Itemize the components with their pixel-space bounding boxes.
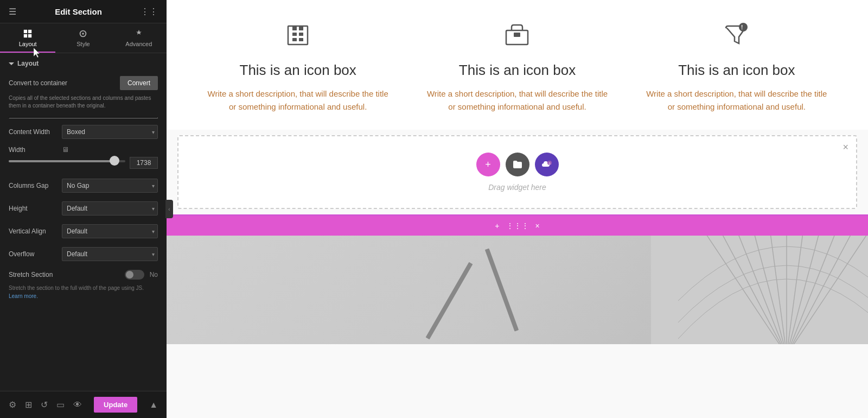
convert-button[interactable]: Convert (120, 76, 158, 90)
overflow-row: Overflow Default ▾ (0, 243, 167, 265)
icon-boxes-section: This is an icon box Write a short descri… (167, 0, 868, 130)
width-slider-track[interactable] (9, 160, 125, 162)
height-select-wrapper: Default ▾ (62, 201, 158, 216)
sidebar-content: Layout Convert to container Convert Copi… (0, 53, 167, 418)
width-slider-fill (9, 160, 114, 162)
convert-to-container-row: Convert to container Convert (0, 72, 167, 94)
toolbar-add-button[interactable]: + (492, 220, 502, 231)
sidebar-header: ☰ Edit Section ⋮⋮ (0, 0, 167, 23)
stretch-toggle-row: No (125, 270, 158, 280)
template-library-button[interactable] (506, 153, 529, 176)
pencil-graphic-2 (485, 248, 519, 331)
icon-box-3-desc: Write a short description, that will des… (643, 87, 830, 113)
toolbar-move-button[interactable]: ⋮⋮⋮ (503, 220, 532, 231)
svg-line-27 (787, 236, 830, 344)
footer-icons: ⚙ ⊞ ↺ ▭ 👁 (9, 400, 82, 410)
cloud-widget-button[interactable]: :) (535, 153, 559, 176)
stretch-description: Stretch the section to the full width of… (0, 284, 167, 306)
height-label: Height (9, 205, 58, 212)
drag-actions: + :) (476, 153, 559, 176)
columns-gap-row: Columns Gap No Gap ▾ (0, 174, 167, 197)
stretch-section-label: Stretch Section (9, 271, 58, 278)
svg-rect-11 (299, 33, 303, 36)
svg-rect-8 (292, 26, 297, 30)
overflow-select[interactable]: Default (62, 247, 158, 261)
toolbar-delete-button[interactable]: × (533, 220, 542, 231)
collapse-button[interactable]: ▲ (149, 400, 158, 410)
svg-rect-7 (288, 26, 308, 45)
icon-box-1-desc: Write a short description, that will des… (205, 87, 391, 113)
layout-section-label: Layout (17, 60, 39, 67)
main-canvas: This is an icon box Write a short descri… (167, 0, 868, 418)
vertical-align-label: Vertical Align (9, 227, 58, 235)
content-width-select-wrapper: Boxed ▾ (62, 125, 158, 139)
section-toolbar-inner: + ⋮⋮⋮ × (488, 218, 546, 233)
width-slider-thumb[interactable] (110, 156, 119, 166)
overflow-label: Overflow (9, 250, 58, 258)
icon-box-2-title: This is an icon box (459, 62, 576, 79)
svg-line-23 (743, 236, 787, 344)
height-select[interactable]: Default (62, 201, 158, 216)
layers-icon[interactable]: ⊞ (25, 400, 32, 410)
icon-box-2: This is an icon box Write a short descri… (407, 22, 627, 113)
svg-point-5 (82, 33, 85, 35)
icon-box-3: ! This is an icon box Write a short desc… (627, 22, 846, 113)
add-widget-button[interactable]: + (476, 153, 500, 176)
drag-widget-text: Drag widget here (488, 183, 546, 192)
svg-rect-3 (28, 34, 31, 37)
columns-gap-select[interactable]: No Gap (62, 179, 158, 193)
icon-box-1-icon (285, 22, 311, 51)
learn-more-link[interactable]: Learn more. (9, 293, 38, 299)
content-width-row: Content Width Boxed ▾ (0, 121, 167, 143)
image-placeholder (167, 236, 868, 344)
section-toolbar: + ⋮⋮⋮ × (167, 216, 868, 236)
svg-text:!: ! (741, 24, 743, 30)
responsive-icon[interactable]: ▭ (56, 400, 65, 410)
sidebar-collapse-handle[interactable]: ‹ (165, 200, 173, 218)
sidebar-tabs: Layout Style Advanced (0, 23, 167, 53)
tab-layout[interactable]: Layout (0, 23, 55, 53)
width-row: Width 🖥 (0, 143, 167, 174)
vertical-align-row: Vertical Align Default ▾ (0, 220, 167, 243)
sidebar-title: Edit Section (16, 7, 141, 16)
sidebar: ☰ Edit Section ⋮⋮ Layout Style Advanced … (0, 0, 167, 418)
width-value-input[interactable] (130, 157, 158, 169)
icon-box-3-title: This is an icon box (678, 62, 795, 79)
stretch-toggle-knob (126, 271, 133, 278)
tab-advanced[interactable]: Advanced (111, 23, 167, 53)
grid-icon[interactable]: ⋮⋮ (141, 7, 158, 17)
width-label: Width (9, 146, 58, 154)
overflow-select-wrapper: Default ▾ (62, 247, 158, 261)
icon-box-1: This is an icon box Write a short descri… (188, 22, 407, 113)
content-width-select[interactable]: Boxed (62, 125, 158, 139)
hamburger-icon[interactable]: ☰ (9, 7, 16, 17)
tab-style[interactable]: Style (55, 23, 111, 53)
icon-box-1-title: This is an icon box (240, 62, 356, 79)
convert-description: Copies all of the selected sections and … (0, 94, 167, 115)
history-icon[interactable]: ↺ (41, 400, 48, 410)
tab-advanced-label: Advanced (125, 41, 152, 47)
stretch-section-row: Stretch Section No (0, 265, 167, 284)
vertical-align-select-wrapper: Default ▾ (62, 224, 158, 238)
convert-label: Convert to container (9, 79, 67, 87)
svg-rect-12 (292, 38, 297, 41)
empty-section-close[interactable]: × (843, 142, 848, 153)
settings-icon[interactable]: ⚙ (9, 400, 16, 410)
svg-rect-1 (28, 30, 31, 33)
bottom-image-section (167, 236, 868, 344)
pencil-graphic-1 (426, 262, 473, 340)
layout-section-header: Layout (0, 53, 167, 72)
monitor-icon: 🖥 (62, 145, 69, 154)
stretch-toggle-label: No (150, 271, 158, 278)
tab-style-label: Style (76, 41, 90, 47)
vertical-align-select[interactable]: Default (62, 224, 158, 238)
visibility-icon[interactable]: 👁 (73, 400, 82, 410)
svg-rect-15 (514, 33, 520, 37)
update-button[interactable]: Update (94, 397, 137, 413)
icon-box-2-icon (504, 22, 530, 51)
fan-graphic (651, 236, 868, 344)
stretch-toggle[interactable] (125, 270, 144, 280)
sidebar-footer: ⚙ ⊞ ↺ ▭ 👁 Update ▲ (0, 391, 167, 418)
svg-rect-9 (299, 26, 303, 30)
svg-text::): :) (548, 162, 550, 165)
